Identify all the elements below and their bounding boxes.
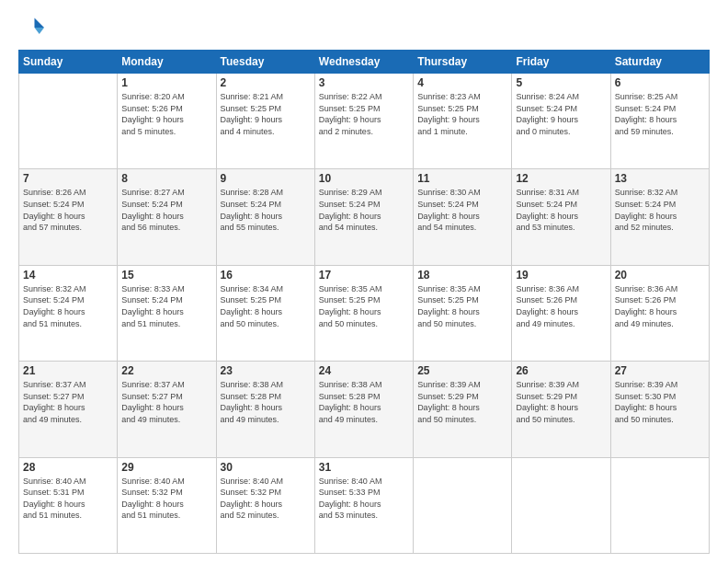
- day-number: 26: [516, 364, 606, 377]
- cell-info: Sunrise: 8:39 AM: [417, 379, 507, 391]
- cell-info: and 4 minutes.: [221, 126, 311, 138]
- cell-info: Daylight: 8 hours: [615, 114, 705, 126]
- cell-info: Daylight: 8 hours: [417, 402, 507, 414]
- cell-info: Sunset: 5:30 PM: [615, 391, 705, 403]
- cell-info: Daylight: 8 hours: [615, 306, 705, 318]
- cell-info: Sunset: 5:24 PM: [516, 199, 606, 211]
- cell-info: Sunset: 5:25 PM: [319, 294, 409, 306]
- cell-info: Daylight: 8 hours: [221, 211, 311, 223]
- day-number: 4: [417, 76, 507, 89]
- cell-info: and 54 minutes.: [417, 222, 507, 234]
- cell-info: and 49 minutes.: [319, 414, 409, 426]
- cell-info: Sunrise: 8:27 AM: [121, 187, 211, 199]
- cell-info: Daylight: 9 hours: [319, 114, 409, 126]
- calendar-cell: 2Sunrise: 8:21 AMSunset: 5:25 PMDaylight…: [216, 74, 314, 169]
- cell-info: and 49 minutes.: [516, 318, 606, 330]
- cell-info: Sunrise: 8:38 AM: [221, 379, 311, 391]
- calendar-cell: [414, 457, 512, 553]
- day-number: 5: [516, 76, 606, 89]
- day-number: 21: [23, 364, 113, 377]
- cell-info: Sunrise: 8:23 AM: [417, 91, 507, 103]
- week-row-5: 28Sunrise: 8:40 AMSunset: 5:31 PMDayligh…: [19, 457, 710, 553]
- calendar-cell: 24Sunrise: 8:38 AMSunset: 5:28 PMDayligh…: [314, 362, 413, 457]
- cell-info: and 49 minutes.: [221, 414, 311, 426]
- day-number: 28: [23, 461, 113, 474]
- calendar-cell: 5Sunrise: 8:24 AMSunset: 5:24 PMDaylight…: [512, 74, 610, 169]
- cell-info: and 52 minutes.: [615, 222, 705, 234]
- cell-info: Daylight: 8 hours: [121, 402, 211, 414]
- cell-info: Sunrise: 8:29 AM: [319, 187, 409, 199]
- week-row-4: 21Sunrise: 8:37 AMSunset: 5:27 PMDayligh…: [19, 362, 710, 457]
- calendar-cell: 14Sunrise: 8:32 AMSunset: 5:24 PMDayligh…: [19, 265, 118, 361]
- cell-info: Sunset: 5:32 PM: [121, 487, 211, 499]
- cell-info: Daylight: 8 hours: [23, 499, 113, 511]
- cell-info: Sunrise: 8:26 AM: [23, 187, 113, 199]
- cell-info: Sunset: 5:24 PM: [221, 199, 311, 211]
- cell-info: and 56 minutes.: [121, 222, 211, 234]
- cell-info: Daylight: 9 hours: [516, 114, 606, 126]
- cell-info: Sunrise: 8:36 AM: [615, 283, 705, 295]
- cell-info: Sunrise: 8:24 AM: [516, 91, 606, 103]
- cell-info: Sunrise: 8:25 AM: [615, 91, 705, 103]
- cell-info: and 53 minutes.: [516, 222, 606, 234]
- cell-info: Sunset: 5:26 PM: [615, 294, 705, 306]
- week-row-3: 14Sunrise: 8:32 AMSunset: 5:24 PMDayligh…: [19, 265, 710, 361]
- cell-info: Sunrise: 8:35 AM: [417, 283, 507, 295]
- cell-info: Daylight: 8 hours: [417, 211, 507, 223]
- days-header-row: SundayMondayTuesdayWednesdayThursdayFrid…: [19, 51, 710, 74]
- cell-info: Sunset: 5:24 PM: [516, 103, 606, 115]
- cell-info: and 51 minutes.: [121, 318, 211, 330]
- cell-info: and 51 minutes.: [23, 318, 113, 330]
- header: [18, 15, 710, 40]
- cell-info: Sunset: 5:24 PM: [319, 199, 409, 211]
- cell-info: Sunrise: 8:30 AM: [417, 187, 507, 199]
- calendar-cell: 15Sunrise: 8:33 AMSunset: 5:24 PMDayligh…: [118, 265, 216, 361]
- cell-info: Sunset: 5:24 PM: [417, 199, 507, 211]
- calendar-cell: 11Sunrise: 8:30 AMSunset: 5:24 PMDayligh…: [414, 169, 512, 265]
- calendar-cell: 28Sunrise: 8:40 AMSunset: 5:31 PMDayligh…: [19, 457, 118, 553]
- day-number: 6: [615, 76, 705, 89]
- cell-info: Sunrise: 8:33 AM: [121, 283, 211, 295]
- cell-info: Sunset: 5:31 PM: [23, 487, 113, 499]
- cell-info: and 49 minutes.: [121, 414, 211, 426]
- calendar-cell: 23Sunrise: 8:38 AMSunset: 5:28 PMDayligh…: [216, 362, 314, 457]
- cell-info: Sunset: 5:24 PM: [23, 294, 113, 306]
- cell-info: Sunrise: 8:21 AM: [221, 91, 311, 103]
- day-number: 17: [319, 269, 409, 282]
- week-row-1: 1Sunrise: 8:20 AMSunset: 5:26 PMDaylight…: [19, 74, 710, 169]
- cell-info: Sunset: 5:24 PM: [615, 103, 705, 115]
- cell-info: Sunset: 5:25 PM: [221, 294, 311, 306]
- cell-info: Sunrise: 8:37 AM: [23, 379, 113, 391]
- day-header-tuesday: Tuesday: [216, 51, 314, 74]
- calendar-cell: 21Sunrise: 8:37 AMSunset: 5:27 PMDayligh…: [19, 362, 118, 457]
- calendar-cell: 12Sunrise: 8:31 AMSunset: 5:24 PMDayligh…: [512, 169, 610, 265]
- day-number: 20: [615, 269, 705, 282]
- cell-info: Daylight: 8 hours: [121, 306, 211, 318]
- cell-info: Sunrise: 8:40 AM: [319, 476, 409, 488]
- day-number: 14: [23, 269, 113, 282]
- cell-info: Sunrise: 8:39 AM: [516, 379, 606, 391]
- day-header-friday: Friday: [512, 51, 610, 74]
- cell-info: Daylight: 8 hours: [319, 402, 409, 414]
- cell-info: Sunset: 5:28 PM: [221, 391, 311, 403]
- day-header-wednesday: Wednesday: [314, 51, 413, 74]
- cell-info: Daylight: 9 hours: [121, 114, 211, 126]
- day-number: 22: [121, 364, 211, 377]
- calendar-cell: 8Sunrise: 8:27 AMSunset: 5:24 PMDaylight…: [118, 169, 216, 265]
- day-number: 1: [121, 76, 211, 89]
- cell-info: and 50 minutes.: [319, 318, 409, 330]
- cell-info: and 57 minutes.: [23, 222, 113, 234]
- cell-info: Sunset: 5:26 PM: [516, 294, 606, 306]
- cell-info: and 50 minutes.: [516, 414, 606, 426]
- day-number: 11: [417, 172, 507, 185]
- calendar-cell: 26Sunrise: 8:39 AMSunset: 5:29 PMDayligh…: [512, 362, 610, 457]
- calendar-cell: 6Sunrise: 8:25 AMSunset: 5:24 PMDaylight…: [610, 74, 709, 169]
- cell-info: Sunrise: 8:22 AM: [319, 91, 409, 103]
- cell-info: Sunrise: 8:35 AM: [319, 283, 409, 295]
- day-number: 27: [615, 364, 705, 377]
- cell-info: and 49 minutes.: [23, 414, 113, 426]
- cell-info: Daylight: 8 hours: [615, 211, 705, 223]
- cell-info: and 50 minutes.: [615, 414, 705, 426]
- cell-info: Daylight: 9 hours: [221, 114, 311, 126]
- cell-info: Daylight: 8 hours: [516, 211, 606, 223]
